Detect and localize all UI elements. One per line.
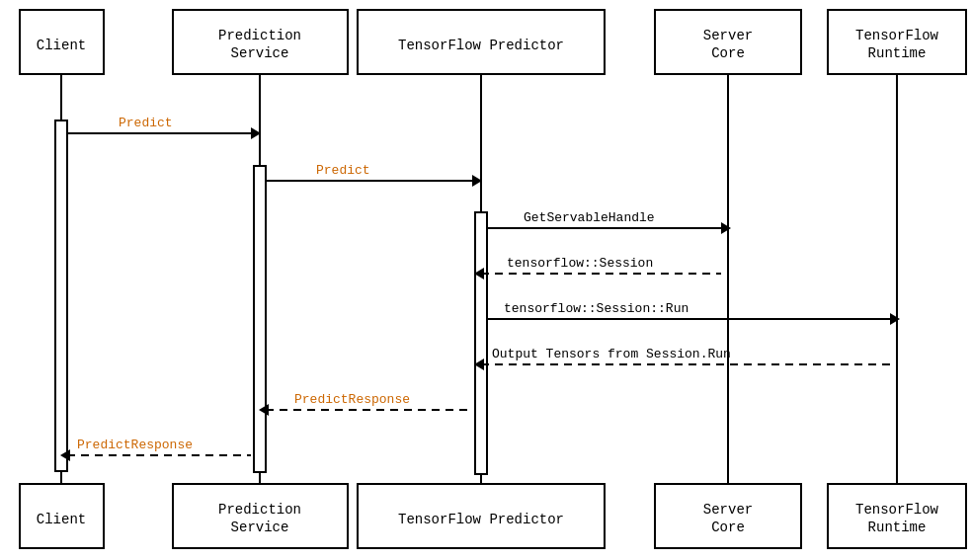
svg-text:Predict: Predict — [119, 116, 173, 130]
svg-text:Server: Server — [703, 502, 753, 518]
svg-text:Prediction: Prediction — [218, 28, 301, 43]
svg-text:Client: Client — [37, 512, 86, 527]
svg-text:Server: Server — [703, 28, 753, 43]
svg-text:PredictResponse: PredictResponse — [77, 438, 193, 452]
svg-text:Output Tensors from Session.Ru: Output Tensors from Session.Run — [492, 347, 731, 361]
svg-text:TensorFlow Predictor: TensorFlow Predictor — [398, 512, 564, 527]
svg-text:Client: Client — [37, 38, 86, 53]
svg-text:Core: Core — [711, 45, 745, 61]
svg-text:GetServableHandle: GetServableHandle — [524, 210, 655, 225]
svg-text:Service: Service — [231, 520, 289, 535]
svg-text:Core: Core — [711, 520, 745, 535]
svg-rect-20 — [475, 212, 487, 474]
svg-text:Predict: Predict — [316, 163, 370, 178]
svg-rect-18 — [55, 120, 67, 471]
svg-rect-19 — [254, 166, 266, 472]
svg-text:PredictResponse: PredictResponse — [294, 392, 410, 407]
svg-text:Service: Service — [231, 45, 289, 61]
sequence-diagram: Client Prediction Service TensorFlow Pre… — [0, 0, 972, 560]
svg-text:TensorFlow Predictor: TensorFlow Predictor — [398, 38, 564, 53]
svg-text:tensorflow::Session: tensorflow::Session — [507, 256, 653, 271]
svg-marker-34 — [890, 313, 900, 325]
svg-text:Runtime: Runtime — [868, 520, 927, 535]
diagram-svg: Client Prediction Service TensorFlow Pre… — [0, 0, 972, 560]
svg-text:TensorFlow: TensorFlow — [855, 28, 939, 43]
svg-marker-28 — [721, 222, 731, 234]
svg-text:Prediction: Prediction — [218, 502, 301, 518]
svg-text:Runtime: Runtime — [868, 45, 927, 61]
svg-text:tensorflow::Session::Run: tensorflow::Session::Run — [504, 301, 688, 316]
svg-text:TensorFlow: TensorFlow — [855, 502, 939, 518]
